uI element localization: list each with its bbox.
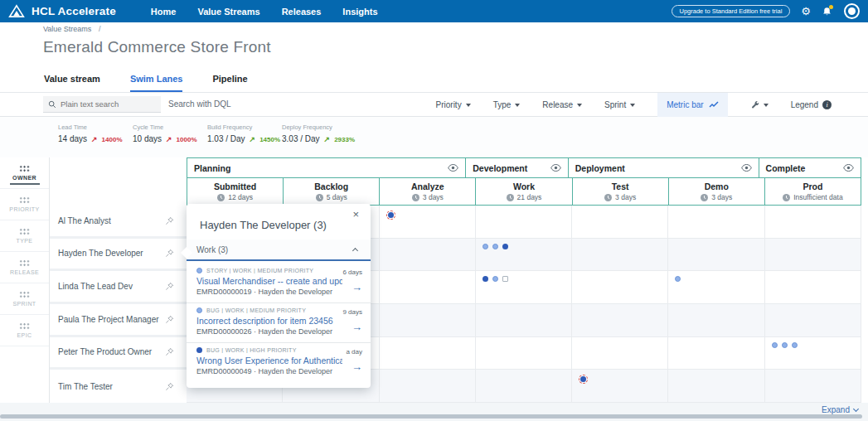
board-cell[interactable] xyxy=(668,370,764,403)
upgrade-button[interactable]: Upgrade to Standard Edition free trial xyxy=(672,5,791,17)
pin-icon[interactable] xyxy=(165,347,174,356)
sidebar-item-type[interactable]: TYPE xyxy=(0,220,49,252)
eye-icon[interactable] xyxy=(741,164,752,172)
board-cell[interactable] xyxy=(765,271,861,304)
expand-button[interactable]: Expand xyxy=(822,405,858,414)
lane-row-hayden-the-developer[interactable]: Hayden The Developer xyxy=(50,239,187,272)
lane-row-peter-the-product-owner[interactable]: Peter The Product Owner xyxy=(50,337,187,370)
type-filter-dropdown[interactable]: Type xyxy=(493,100,521,109)
release-filter-dropdown[interactable]: Release xyxy=(542,100,582,109)
nav-value-streams[interactable]: Value Streams xyxy=(197,7,259,17)
board-cell[interactable] xyxy=(668,206,764,239)
trend-up-icon: ↗ xyxy=(250,135,256,143)
sidebar-item-priority[interactable]: PRIORITY xyxy=(0,189,49,220)
work-item-title[interactable]: Wrong User Experience for Authenticati..… xyxy=(196,356,342,365)
work-item-marker-light[interactable] xyxy=(782,342,788,348)
board-cell[interactable] xyxy=(572,337,668,370)
board-cell[interactable] xyxy=(380,304,476,337)
work-item-marker-light[interactable] xyxy=(482,244,488,249)
board-cell[interactable] xyxy=(476,304,572,337)
nav-home[interactable]: Home xyxy=(151,7,177,17)
work-item-marker-flagged[interactable] xyxy=(580,376,586,382)
search-box[interactable] xyxy=(43,96,161,113)
work-item-marker-light[interactable] xyxy=(772,342,778,348)
work-item-title[interactable]: Incorrect description for item 23456 xyxy=(196,316,342,326)
nav-insights[interactable]: Insights xyxy=(342,7,377,17)
work-item-marker-square[interactable] xyxy=(502,276,508,282)
pin-icon[interactable] xyxy=(165,282,174,291)
open-item-arrow-icon[interactable]: → xyxy=(352,361,362,373)
board-cell[interactable] xyxy=(380,370,476,403)
work-item-marker-light[interactable] xyxy=(492,276,498,282)
eye-icon[interactable] xyxy=(843,164,854,172)
board-cell[interactable] xyxy=(765,304,861,337)
board-cell[interactable] xyxy=(668,271,764,304)
pin-icon[interactable] xyxy=(165,315,174,324)
board-cell[interactable] xyxy=(476,337,572,370)
board-cell[interactable] xyxy=(765,239,861,272)
close-icon[interactable]: × xyxy=(352,208,359,220)
work-item-marker-flagged[interactable] xyxy=(388,212,394,218)
board-cell[interactable] xyxy=(572,206,668,239)
breadcrumb-value-streams[interactable]: Value Streams xyxy=(43,25,91,33)
pin-icon[interactable] xyxy=(165,216,174,225)
eye-icon[interactable] xyxy=(550,164,561,172)
sidebar-item-owner[interactable]: OWNER xyxy=(0,157,49,189)
customize-wrench-dropdown[interactable] xyxy=(750,100,769,110)
tab-pipeline[interactable]: Pipeline xyxy=(212,74,247,92)
horizontal-scrollbar[interactable] xyxy=(0,414,862,419)
lane-row-paula-the-project-manager[interactable]: Paula The Project Manager xyxy=(50,304,187,337)
board-cell[interactable] xyxy=(765,370,861,403)
work-item-card[interactable]: STORY | WORK | MEDIUM PRIORITY 6 days Vi… xyxy=(187,264,371,303)
work-item-marker-dark[interactable] xyxy=(502,244,508,249)
board-cell[interactable] xyxy=(380,206,476,239)
work-item-title[interactable]: Visual Merchandiser -- create and upda..… xyxy=(196,276,342,286)
board-cell[interactable] xyxy=(380,271,476,304)
open-item-arrow-icon[interactable]: → xyxy=(352,321,362,333)
board-cell[interactable] xyxy=(476,370,572,403)
board-cell[interactable] xyxy=(668,337,764,370)
tab-swim-lanes[interactable]: Swim Lanes xyxy=(130,74,183,92)
sidebar-item-sprint[interactable]: SPRINT xyxy=(0,283,49,315)
tab-value-stream[interactable]: Value stream xyxy=(44,74,100,92)
eye-icon[interactable] xyxy=(448,164,458,172)
legend-button[interactable]: Legend i xyxy=(791,100,832,109)
work-item-marker-light[interactable] xyxy=(792,342,798,348)
board-cell[interactable] xyxy=(476,271,572,304)
user-avatar[interactable] xyxy=(844,3,860,19)
lane-row-tim-the-tester[interactable]: Tim The Tester xyxy=(50,370,187,403)
work-item-marker-light[interactable] xyxy=(492,244,498,249)
board-cell[interactable] xyxy=(572,304,668,337)
sidebar-item-release[interactable]: RELEASE xyxy=(0,252,49,283)
work-item-marker-dark[interactable] xyxy=(482,276,488,282)
pin-icon[interactable] xyxy=(165,249,174,258)
sidebar-item-epic[interactable]: EPIC xyxy=(0,315,49,346)
popup-section-work[interactable]: Work (3) xyxy=(187,240,371,261)
metric-bar-toggle[interactable]: Metric bar xyxy=(657,93,727,117)
sprint-filter-dropdown[interactable]: Sprint xyxy=(604,100,635,109)
board-cell[interactable] xyxy=(765,206,861,239)
board-cell[interactable] xyxy=(668,304,764,337)
board-cell[interactable] xyxy=(765,337,861,370)
board-cell[interactable] xyxy=(476,239,572,272)
notifications-bell-icon[interactable] xyxy=(822,6,833,17)
board-cell[interactable] xyxy=(668,239,764,272)
work-item-card[interactable]: BUG | WORK | MEDIUM PRIORITY 9 days Inco… xyxy=(187,303,371,343)
work-item-card[interactable]: BUG | WORK | HIGH PRIORITY a day Wrong U… xyxy=(187,343,371,383)
lane-row-al-the-analyst[interactable]: Al The Analyst xyxy=(50,206,187,239)
pin-icon[interactable] xyxy=(165,382,174,391)
search-with-dql-link[interactable]: Search with DQL xyxy=(168,99,231,109)
lane-row-linda-the-lead-dev[interactable]: Linda The Lead Dev xyxy=(50,271,187,304)
board-cell[interactable] xyxy=(380,337,476,370)
work-item-marker-light[interactable] xyxy=(675,276,681,282)
board-cell[interactable] xyxy=(572,370,668,403)
board-cell[interactable] xyxy=(572,271,668,304)
open-item-arrow-icon[interactable]: → xyxy=(352,281,362,293)
search-input[interactable] xyxy=(61,99,152,109)
priority-filter-dropdown[interactable]: Priority xyxy=(436,100,471,109)
board-cell[interactable] xyxy=(380,239,476,272)
settings-gear-icon[interactable]: ⚙ xyxy=(801,6,811,17)
board-cell[interactable] xyxy=(476,206,572,239)
board-cell[interactable] xyxy=(572,239,668,272)
nav-releases[interactable]: Releases xyxy=(282,7,322,17)
